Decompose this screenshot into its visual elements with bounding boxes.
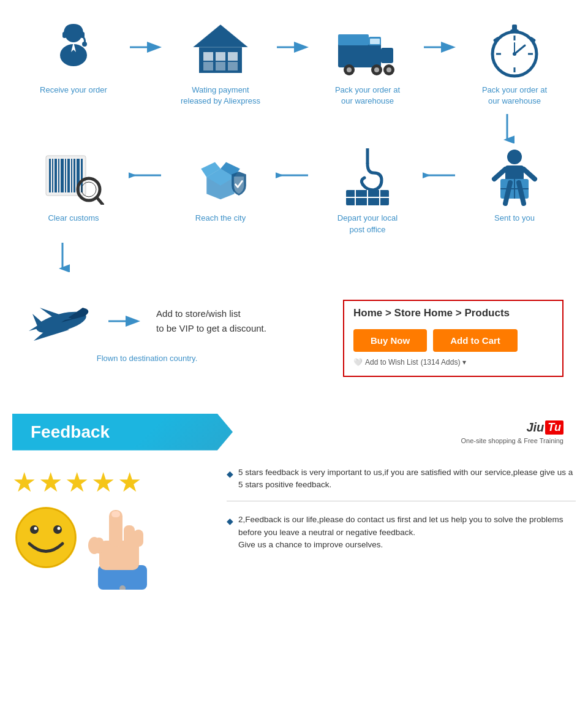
star-3: ★ [65, 466, 89, 498]
svg-rect-3 [62, 32, 67, 38]
wishlist-icon: 🤍 [353, 358, 363, 367]
svg-rect-20 [381, 48, 393, 63]
receive-order-icon [43, 18, 104, 80]
pack-warehouse-icon [337, 18, 398, 80]
arrow-left-1 [129, 146, 165, 183]
step-waiting-payment: Wating paymentreleased by Aliexpress [165, 18, 276, 107]
logo-black: Jiu [526, 420, 544, 435]
svg-point-24 [374, 67, 379, 72]
svg-rect-51 [71, 159, 72, 192]
svg-point-91 [34, 527, 37, 530]
svg-marker-7 [193, 25, 248, 47]
svg-rect-98 [134, 530, 143, 547]
plane-row: Add to store/wish list to be VIP to get … [28, 294, 266, 349]
svg-rect-12 [203, 62, 213, 70]
wishlist-dropdown[interactable]: ▾ [462, 358, 466, 367]
clear-customs-icon [43, 146, 104, 208]
svg-line-74 [524, 169, 535, 179]
svg-point-90 [53, 525, 62, 534]
svg-rect-50 [67, 159, 70, 192]
step-clear-customs: Clear customs [18, 146, 129, 224]
hand-icon [86, 504, 159, 590]
btn-row: Buy Now Add to Cart [353, 329, 553, 352]
feedback-header: Feedback [12, 414, 233, 451]
star-5: ★ [118, 466, 141, 498]
step-reach-city: Reach the city [165, 146, 276, 224]
svg-point-26 [386, 67, 391, 72]
left-panel: Add to store/wish list to be VIP to get … [12, 294, 282, 363]
wishlist-label[interactable]: Add to Wish List [365, 358, 418, 367]
arrow-3 [423, 18, 459, 55]
flown-label: Flown to destination country. [97, 354, 198, 363]
wishlist-row: 🤍 Add to Wish List (1314 Adds) ▾ [353, 358, 553, 367]
svg-rect-100 [111, 511, 120, 517]
logo-accent: Tu [545, 420, 564, 435]
step-pack-warehouse: Pack your order atour warehouse [312, 18, 423, 107]
feedback-points: ◆ 5 stars feedback is very important to … [227, 466, 576, 573]
svg-point-71 [507, 150, 522, 164]
sent-to-you-label: Sent to you [494, 213, 535, 224]
process-section: Receive your order [0, 0, 588, 287]
arrow-1 [129, 18, 165, 55]
arrow-2 [276, 18, 312, 55]
buy-now-button[interactable]: Buy Now [353, 329, 427, 352]
feedback-point-1: ◆ 5 stars feedback is very important to … [227, 466, 576, 502]
diamond-icon-1: ◆ [227, 468, 233, 481]
svg-rect-49 [65, 159, 66, 192]
stopwatch-label: Pack your order atour warehouse [482, 85, 547, 107]
depart-post-label: Depart your localpost office [337, 213, 398, 235]
svg-rect-44 [49, 159, 51, 192]
arrow-left-3 [423, 146, 459, 183]
svg-rect-13 [216, 62, 225, 70]
svg-rect-39 [512, 25, 517, 31]
process-row-2: Clear customs [12, 146, 576, 235]
step-receive-order: Receive your order [18, 18, 129, 96]
smiley-icon [12, 504, 80, 571]
feedback-body: ★ ★ ★ ★ ★ [0, 454, 588, 602]
waiting-payment-label: Wating paymentreleased by Aliexpress [181, 85, 260, 107]
svg-rect-48 [61, 159, 64, 192]
star-1: ★ [12, 466, 36, 498]
feedback-text-2: 2,Feedback is our life,please do contact… [238, 514, 576, 551]
add-to-cart-button[interactable]: Add to Cart [433, 329, 518, 352]
svg-rect-18 [338, 34, 369, 45]
pack-warehouse-label: Pack your order atour warehouse [335, 85, 400, 107]
right-panel: Home > Store Home > Products Buy Now Add… [343, 300, 564, 377]
star-2: ★ [39, 466, 62, 498]
svg-rect-9 [203, 52, 213, 61]
process-row-1: Receive your order [12, 18, 576, 107]
svg-point-5 [82, 42, 87, 47]
diamond-icon-2: ◆ [227, 515, 233, 528]
reach-city-label: Reach the city [195, 213, 246, 224]
vip-text: Add to store/wish list to be VIP to get … [156, 306, 266, 336]
clear-customs-label: Clear customs [48, 213, 99, 224]
reach-city-icon [190, 146, 251, 208]
arrow-left-2 [276, 146, 312, 183]
breadcrumb: Home > Store Home > Products [353, 307, 553, 319]
arrow-down-1 [12, 113, 576, 143]
svg-rect-17 [338, 42, 381, 67]
depart-post-icon [337, 146, 398, 208]
svg-point-37 [513, 52, 516, 56]
svg-line-57 [97, 197, 103, 205]
bottom-split: Add to store/wish list to be VIP to get … [0, 287, 588, 389]
plane-icon [28, 294, 95, 349]
feedback-title: Feedback [31, 422, 110, 441]
svg-line-73 [494, 169, 505, 179]
sent-to-you-icon [484, 146, 545, 208]
step-sent-to-you: Sent to you [459, 146, 570, 224]
emoji-hand-row [12, 504, 208, 590]
svg-point-88 [17, 508, 75, 567]
stopwatch-icon [484, 18, 545, 80]
feedback-point-2: ◆ 2,Feedback is our life,please do conta… [227, 514, 576, 561]
svg-point-92 [58, 527, 61, 530]
svg-rect-27 [370, 39, 380, 44]
stars-row: ★ ★ ★ ★ ★ [12, 466, 208, 498]
stars-emoji-col: ★ ★ ★ ★ ★ [12, 466, 208, 590]
logo-row: Jiu Tu [461, 420, 576, 435]
svg-point-22 [347, 67, 352, 72]
svg-rect-97 [124, 525, 135, 546]
svg-rect-10 [216, 52, 225, 61]
waiting-payment-icon [190, 18, 251, 80]
svg-rect-45 [52, 159, 53, 192]
